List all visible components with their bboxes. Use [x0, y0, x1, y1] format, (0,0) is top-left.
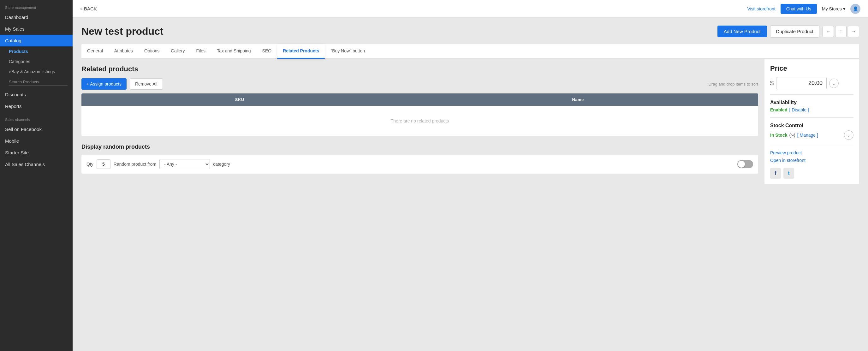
- availability-status: Enabled: [770, 107, 787, 113]
- sidebar-item-label: Starter Site: [5, 150, 29, 155]
- sidebar-item-reports[interactable]: Reports: [0, 100, 72, 112]
- assign-products-button[interactable]: + Assign products: [82, 78, 127, 90]
- col-name: Name: [398, 93, 758, 106]
- random-row: Qty Random product from - Any - category: [82, 155, 758, 173]
- preview-product-link[interactable]: Preview product: [770, 150, 854, 155]
- toggle-knob: [738, 161, 745, 168]
- tab-attributes[interactable]: Attributes: [108, 44, 138, 59]
- sidebar-item-label: All Sales Channels: [5, 162, 45, 167]
- nav-up-button[interactable]: ↑: [835, 26, 846, 37]
- sidebar-item-discounts[interactable]: Discounts: [0, 89, 72, 100]
- stock-control-label: Stock Control: [770, 123, 854, 128]
- availability-row: Enabled [ Disable ]: [770, 107, 854, 113]
- tab-gallery[interactable]: Gallery: [165, 44, 190, 59]
- tab-seo[interactable]: SEO: [257, 44, 277, 59]
- availability-label: Availability: [770, 100, 854, 105]
- sidebar-item-sell-facebook[interactable]: Sell on Facebook: [0, 123, 72, 135]
- sidebar-item-label: Dashboard: [5, 14, 28, 20]
- sidebar-sub-item-categories[interactable]: Categories: [0, 57, 72, 67]
- stock-quantity: (∞): [789, 133, 795, 138]
- social-icons: f t: [770, 168, 854, 179]
- price-input[interactable]: [776, 77, 827, 89]
- qty-label: Qty: [87, 162, 93, 167]
- main-panel: Related products + Assign products Remov…: [82, 59, 758, 184]
- sidebar-item-catalog[interactable]: Catalog: [0, 35, 72, 46]
- avatar[interactable]: 👤: [850, 4, 861, 14]
- stock-expand-icon[interactable]: ⌄: [844, 130, 854, 140]
- col-sku: SKU: [82, 93, 398, 106]
- duplicate-product-button[interactable]: Duplicate Product: [770, 25, 819, 38]
- search-products-input[interactable]: [9, 78, 67, 86]
- sidebar-item-my-sales[interactable]: My Sales: [0, 23, 72, 35]
- nav-arrows: ← ↑ →: [823, 26, 859, 37]
- price-box: Price $ ⌄ Availability Enabled [ Disable…: [765, 59, 859, 184]
- in-stock-status: In Stock: [770, 133, 787, 138]
- product-header: New test product Add New Product Duplica…: [82, 25, 859, 38]
- tab-options[interactable]: Options: [138, 44, 165, 59]
- back-link[interactable]: BACK: [84, 6, 97, 11]
- drag-hint: Drag and drop items to sort: [708, 82, 758, 87]
- sidebar-item-dashboard[interactable]: Dashboard: [0, 11, 72, 23]
- related-products-table: SKU Name There are no related products: [82, 93, 758, 136]
- qty-input[interactable]: [97, 159, 111, 169]
- display-random-section: Display random products Qty Random produ…: [82, 143, 758, 173]
- related-actions: + Assign products Remove All Drag and dr…: [82, 78, 758, 90]
- sidebar-item-label: Mobile: [5, 138, 19, 143]
- page-content: New test product Add New Product Duplica…: [72, 18, 868, 351]
- my-stores-dropdown[interactable]: My Stores ▾: [822, 6, 845, 11]
- open-in-storefront-link[interactable]: Open in storefront: [770, 158, 854, 163]
- category-select[interactable]: - Any -: [159, 159, 210, 169]
- price-expand-icon[interactable]: ⌄: [829, 78, 839, 88]
- divider-1: [770, 94, 854, 95]
- related-products-title: Related products: [82, 65, 758, 73]
- chat-with-us-button[interactable]: Chat with Us: [781, 4, 817, 14]
- manage-link[interactable]: [ Manage ]: [797, 133, 818, 138]
- tab-related-products[interactable]: Related Products: [277, 44, 325, 59]
- disable-link[interactable]: [ Disable ]: [789, 107, 809, 113]
- sidebar-item-starter-site[interactable]: Starter Site: [0, 147, 72, 158]
- sidebar: Store management Dashboard My Sales Cata…: [0, 0, 72, 351]
- topbar: ‹ BACK Visit storefront Chat with Us My …: [72, 0, 868, 18]
- remove-all-button[interactable]: Remove All: [130, 78, 163, 90]
- empty-message: There are no related products: [82, 106, 758, 136]
- tab-files[interactable]: Files: [191, 44, 212, 59]
- sidebar-item-label: My Sales: [5, 26, 25, 32]
- currency-symbol: $: [770, 79, 774, 87]
- search-products-container: [0, 77, 72, 89]
- nav-next-button[interactable]: →: [848, 26, 859, 37]
- add-new-product-button[interactable]: Add New Product: [717, 26, 767, 37]
- sidebar-sub-item-ebay-amazon[interactable]: eBay & Amazon listings: [0, 67, 72, 77]
- sidebar-item-all-sales-channels[interactable]: All Sales Channels: [0, 158, 72, 170]
- content-layout: Related products + Assign products Remov…: [82, 59, 859, 184]
- toggle-switch[interactable]: [737, 160, 753, 168]
- tab-tax-shipping[interactable]: Tax and Shipping: [211, 44, 256, 59]
- stock-row: In Stock (∞) [ Manage ] ⌄: [770, 130, 854, 140]
- related-actions-left: + Assign products Remove All: [82, 78, 163, 90]
- twitter-icon[interactable]: t: [783, 168, 794, 179]
- display-random-title: Display random products: [82, 143, 758, 150]
- price-row: $ ⌄: [770, 77, 854, 89]
- divider-2: [770, 118, 854, 118]
- product-title: New test product: [82, 26, 163, 37]
- sidebar-item-label: Sell on Facebook: [5, 127, 42, 132]
- product-actions: Add New Product Duplicate Product ← ↑ →: [717, 25, 859, 38]
- sidebar-sub-item-products[interactable]: Products: [0, 46, 72, 57]
- topbar-left: ‹ BACK: [80, 5, 97, 12]
- price-title: Price: [770, 64, 854, 73]
- tab-general[interactable]: General: [82, 44, 108, 59]
- nav-prev-button[interactable]: ←: [823, 26, 834, 37]
- sidebar-item-label: Catalog: [5, 38, 22, 43]
- category-text: category: [213, 162, 230, 167]
- sales-channels-label: Sales channels: [0, 112, 72, 123]
- facebook-icon[interactable]: f: [770, 168, 781, 179]
- back-chevron-icon: ‹: [80, 5, 82, 12]
- visit-storefront-link[interactable]: Visit storefront: [747, 6, 775, 11]
- empty-row: There are no related products: [82, 106, 758, 136]
- divider-3: [770, 145, 854, 145]
- product-tabs: General Attributes Options Gallery Files…: [82, 44, 859, 59]
- main-area: ‹ BACK Visit storefront Chat with Us My …: [72, 0, 868, 351]
- sidebar-item-mobile[interactable]: Mobile: [0, 135, 72, 147]
- tab-buy-now[interactable]: "Buy Now" button: [325, 44, 371, 59]
- chevron-down-icon: ▾: [843, 6, 845, 11]
- sidebar-item-label: Discounts: [5, 92, 26, 97]
